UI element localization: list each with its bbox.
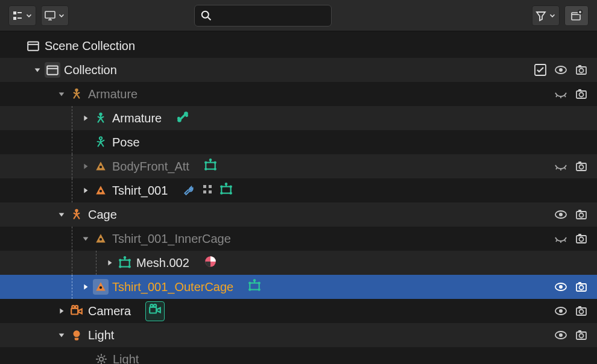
- camera-row[interactable]: Camera: [0, 299, 597, 323]
- outercage-row[interactable]: Tshirt_001_OuterCage: [0, 275, 597, 299]
- light-data-icon: [93, 351, 109, 364]
- cage-row[interactable]: Cage: [0, 202, 597, 227]
- label: Collection: [64, 63, 117, 77]
- label: Armature: [88, 87, 137, 101]
- armature-icon: [69, 86, 84, 102]
- visibility-toggle[interactable]: [554, 328, 568, 342]
- label: Light: [88, 328, 114, 342]
- label: Tshirt_001_OuterCage: [112, 280, 233, 294]
- innercage-row[interactable]: Tshirt_001_InnerCage: [0, 227, 597, 251]
- label: Armature: [112, 111, 162, 125]
- render-toggle[interactable]: [574, 231, 589, 246]
- light-icon: [69, 327, 84, 343]
- bone-icon: [176, 110, 189, 127]
- modifier-icon: [220, 183, 233, 199]
- armature-icon: [69, 207, 84, 222]
- mesh-data-icon: [117, 255, 133, 271]
- render-toggle[interactable]: [574, 87, 589, 101]
- disclosure-icon[interactable]: [54, 87, 69, 101]
- label: Tshirt_001_InnerCage: [112, 232, 231, 246]
- label: Camera: [88, 304, 131, 318]
- modifier-icon: [204, 158, 217, 175]
- render-toggle[interactable]: [574, 159, 589, 174]
- collection-row[interactable]: Collection: [0, 58, 597, 82]
- armature-object-row[interactable]: Armature: [0, 82, 597, 106]
- render-toggle[interactable]: [574, 207, 589, 222]
- mesh-icon: [93, 183, 109, 198]
- search-input[interactable]: [212, 9, 325, 22]
- display-mode-dropdown[interactable]: [41, 5, 69, 26]
- render-toggle[interactable]: [574, 280, 589, 294]
- editor-type-dropdown[interactable]: [8, 5, 36, 26]
- collection-icon: [45, 62, 60, 78]
- tshirt001-row[interactable]: Tshirt_001: [0, 178, 597, 202]
- visibility-toggle[interactable]: [554, 207, 568, 222]
- render-toggle[interactable]: [574, 63, 589, 77]
- visibility-toggle[interactable]: [554, 280, 568, 294]
- toolbar: [0, 0, 597, 31]
- armature-data-icon: [93, 110, 109, 126]
- render-toggle[interactable]: [574, 328, 589, 342]
- scene-collection-row[interactable]: Scene Collection: [0, 34, 597, 58]
- disclosure-icon[interactable]: [54, 207, 69, 222]
- camera-icon: [69, 303, 84, 319]
- label: Mesh.002: [136, 256, 189, 270]
- label: Cage: [88, 208, 117, 222]
- bodyfront-row[interactable]: BodyFront_Att: [0, 154, 597, 178]
- render-toggle[interactable]: [574, 304, 589, 318]
- visibility-toggle[interactable]: [554, 231, 568, 246]
- visibility-toggle[interactable]: [554, 63, 568, 77]
- disclosure-icon[interactable]: [78, 111, 93, 125]
- label: Scene Collection: [45, 39, 135, 53]
- disclosure-icon[interactable]: [54, 328, 69, 342]
- disclosure-icon[interactable]: [78, 159, 93, 174]
- material-icon: [204, 255, 217, 271]
- label: Pose: [112, 136, 140, 149]
- mesh-icon: [93, 158, 109, 174]
- disclosure-icon[interactable]: [78, 183, 93, 198]
- pose-row[interactable]: Pose: [0, 130, 597, 154]
- visibility-toggle[interactable]: [554, 159, 568, 174]
- pose-icon: [93, 134, 109, 150]
- disclosure-icon[interactable]: [78, 231, 93, 246]
- modifier-icon: [248, 279, 261, 295]
- exclude-checkbox[interactable]: [533, 63, 548, 77]
- visibility-toggle[interactable]: [554, 304, 568, 318]
- label: Tshirt_001: [112, 184, 168, 198]
- collection-icon: [25, 38, 41, 54]
- visibility-toggle[interactable]: [554, 87, 568, 101]
- outliner-tree: Scene Collection Collection Armature Arm…: [0, 31, 597, 364]
- armature-data-row[interactable]: Armature: [0, 106, 597, 130]
- filter-dropdown[interactable]: [532, 5, 560, 26]
- light-data-row[interactable]: Light: [0, 347, 597, 364]
- mesh-icon: [93, 279, 109, 295]
- disclosure-icon[interactable]: [103, 256, 117, 270]
- light-row[interactable]: Light: [0, 323, 597, 347]
- label: BodyFront_Att: [112, 160, 189, 174]
- disclosure-icon[interactable]: [78, 280, 93, 294]
- label: Light: [113, 353, 139, 365]
- disclosure-icon[interactable]: [54, 304, 69, 318]
- new-collection-button[interactable]: [564, 5, 589, 26]
- disclosure-icon[interactable]: [30, 63, 45, 77]
- wrench-icon: [182, 183, 195, 199]
- mesh-icon: [93, 231, 109, 246]
- search-box[interactable]: [194, 5, 332, 27]
- vertex-groups-icon: [201, 183, 213, 198]
- camera-data-icon: [145, 301, 165, 321]
- mesh002-row[interactable]: Mesh.002: [0, 251, 597, 275]
